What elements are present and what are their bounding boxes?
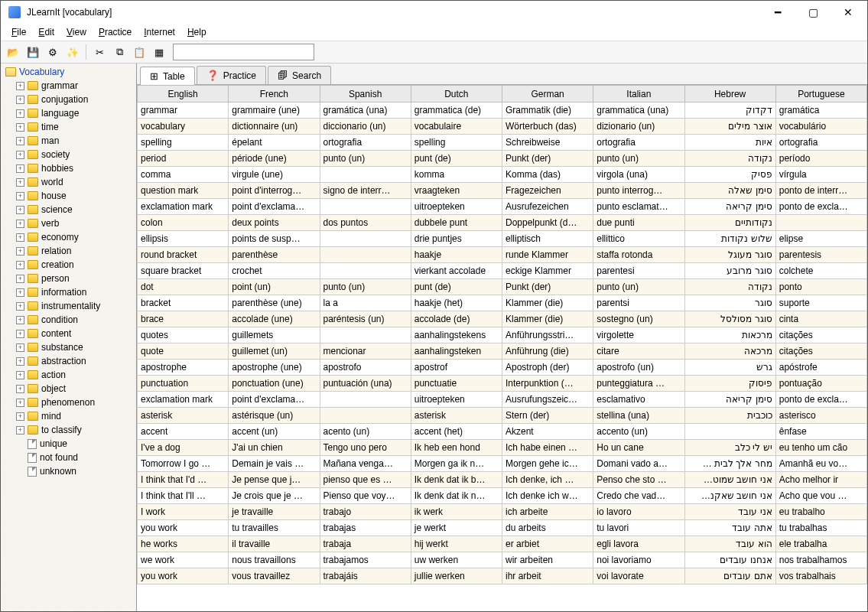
tree-root-item[interactable]: Vocabulary	[2, 65, 136, 79]
cell[interactable]: astérisque (un)	[229, 408, 320, 424]
tree-item-creation[interactable]: +creation	[2, 258, 136, 272]
cell[interactable]: Ik denk dat ik b…	[411, 472, 502, 488]
cell[interactable]: Komma (das)	[502, 167, 593, 183]
cell[interactable]: סימן קריאה	[684, 392, 775, 408]
cell[interactable]: suporte	[775, 295, 866, 311]
cell[interactable]	[320, 247, 411, 263]
cell[interactable]: egli lavora	[593, 536, 684, 552]
cell[interactable]: סוגר מעוגל	[684, 247, 775, 263]
cell[interactable]: כוכבית	[684, 408, 775, 424]
tree-item-not-found[interactable]: not found	[2, 451, 136, 464]
cell[interactable]: du arbeits	[502, 520, 593, 536]
cell[interactable]: I think that I'll …	[138, 488, 229, 504]
cell[interactable]: Klammer (die)	[502, 311, 593, 327]
cell[interactable]: trabajas	[320, 520, 411, 536]
cell[interactable]: ponto de excla…	[775, 392, 866, 408]
expander-icon[interactable]: +	[16, 178, 24, 187]
cell[interactable]: deux points	[229, 215, 320, 231]
cut-icon[interactable]: ✂	[90, 44, 109, 60]
cell[interactable]: virgule (une)	[229, 167, 320, 183]
cell[interactable]: אתה עובד	[684, 520, 775, 536]
cell[interactable]: jullie werken	[411, 568, 502, 584]
cell[interactable]: apostrofo	[320, 360, 411, 376]
menu-help[interactable]: Help	[181, 25, 213, 39]
cell[interactable]: Grammatik (die)	[502, 103, 593, 119]
cell[interactable]: apostrofo (un)	[593, 360, 684, 376]
cell[interactable]: period	[138, 151, 229, 167]
expander-icon[interactable]: +	[16, 343, 24, 352]
cell[interactable]: apostrophe (une)	[229, 360, 320, 376]
cell[interactable]: brace	[138, 311, 229, 327]
cell[interactable]: איות	[684, 135, 775, 151]
table-row[interactable]: dotpoint (un)punto (un)punt (de)Punkt (d…	[138, 279, 867, 295]
cell[interactable]: virgola (una)	[593, 167, 684, 183]
cell[interactable]: Tengo uno pero	[320, 440, 411, 456]
cell[interactable]: période (une)	[229, 151, 320, 167]
cell[interactable]: Ik denk dat ik n…	[411, 488, 502, 504]
tree-item-grammar[interactable]: +grammar	[2, 79, 136, 93]
cell[interactable]: אני חושב שאקנ…	[684, 488, 775, 504]
cell[interactable]: guillemets	[229, 327, 320, 343]
cell[interactable]	[775, 215, 866, 231]
tree-item-person[interactable]: +person	[2, 272, 136, 285]
cell[interactable]: pontuação	[775, 376, 866, 392]
cell[interactable]: Ausrufungszeic…	[502, 392, 593, 408]
cell[interactable]: ortografia	[775, 135, 866, 151]
cell[interactable]: punctuatie	[411, 376, 502, 392]
cell[interactable]	[320, 392, 411, 408]
cell[interactable]: accent (het)	[411, 424, 502, 440]
cell[interactable]: סוגר מסולסל	[684, 311, 775, 327]
table-row[interactable]: punctuationponctuation (une)puntuación (…	[138, 376, 867, 392]
cell[interactable]: signo de interr…	[320, 183, 411, 199]
cell[interactable]: vous travaillez	[229, 568, 320, 584]
expander-icon[interactable]: +	[16, 399, 24, 407]
cell[interactable]: virgolette	[593, 327, 684, 343]
table-row[interactable]: grammargrammaire (une)gramática (una)gra…	[138, 103, 867, 119]
table-row[interactable]: spellingépelantortografiaspellingSchreib…	[138, 135, 867, 151]
cell[interactable]: punctuation	[138, 376, 229, 392]
tree-item-abstraction[interactable]: +abstraction	[2, 354, 136, 368]
table-row[interactable]: commavirgule (une)kommaKomma (das)virgol…	[138, 167, 867, 183]
tab-search[interactable]: 🗐Search	[268, 66, 331, 84]
cell[interactable]: סוגר	[684, 295, 775, 311]
menu-file[interactable]: File	[5, 25, 32, 39]
cell[interactable]: spelling	[138, 135, 229, 151]
expander-icon[interactable]: +	[16, 247, 24, 256]
tree-item-science[interactable]: +science	[2, 203, 136, 216]
cell[interactable]: dictionnaire (un)	[229, 119, 320, 135]
cell[interactable]: aanhalingstekens	[411, 327, 502, 343]
expander-icon[interactable]: +	[16, 220, 24, 228]
cell[interactable]: vocabulary	[138, 119, 229, 135]
cell[interactable]: I've a dog	[138, 440, 229, 456]
cell[interactable]: acento (un)	[320, 424, 411, 440]
expander-icon[interactable]: +	[16, 151, 24, 159]
cell[interactable]: סימן קריאה	[684, 199, 775, 215]
expander-icon[interactable]: +	[16, 412, 24, 421]
cell[interactable]: eu trabalho	[775, 504, 866, 520]
cell[interactable]: stellina (una)	[593, 408, 684, 424]
tree-item-mind[interactable]: +mind	[2, 409, 136, 423]
cell[interactable]: Interpunktion (…	[502, 376, 593, 392]
cell[interactable]: eckige Klammer	[502, 263, 593, 279]
cell[interactable]: crochet	[229, 263, 320, 279]
cell[interactable]: point (un)	[229, 279, 320, 295]
table-row[interactable]: quotesguillemetsaanhalingstekensAnführun…	[138, 327, 867, 343]
table-row[interactable]: exclamation markpoint d'exclama…uitroept…	[138, 392, 867, 408]
expander-icon[interactable]: +	[16, 206, 24, 214]
cell[interactable]: point d'exclama…	[229, 199, 320, 215]
cell[interactable]: haakje	[411, 247, 502, 263]
cell[interactable]: paréntesis (un)	[320, 311, 411, 327]
cell[interactable]: אני עובד	[684, 504, 775, 520]
cell[interactable]: je werkt	[411, 520, 502, 536]
table-row[interactable]: I think that I'll …Je crois que je …Pien…	[138, 488, 867, 504]
cell[interactable]: מרכאות	[684, 327, 775, 343]
cell[interactable]: tu travailles	[229, 520, 320, 536]
cell[interactable]: trabajo	[320, 504, 411, 520]
tree-item-economy[interactable]: +economy	[2, 230, 136, 244]
cell[interactable]: Domani vado a…	[593, 456, 684, 472]
cell[interactable]: accolade (de)	[411, 311, 502, 327]
cell[interactable]: Demain je vais …	[229, 456, 320, 472]
cell[interactable]: Morgen gehe ic…	[502, 456, 593, 472]
cell[interactable]: Akzent	[502, 424, 593, 440]
save-icon[interactable]: 💾	[24, 44, 42, 60]
